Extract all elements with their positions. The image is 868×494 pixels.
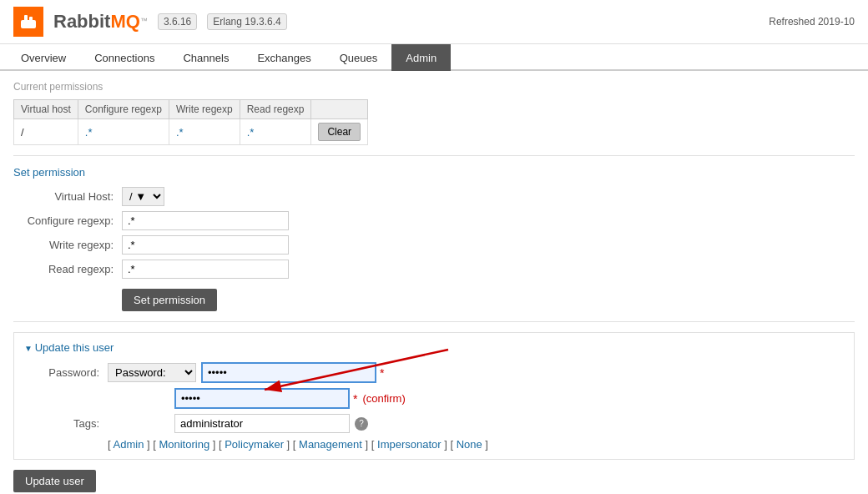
row-write: .* xyxy=(169,119,240,145)
read-label: Read regexp: xyxy=(13,263,122,275)
vhost-label: Virtual Host: xyxy=(13,190,122,203)
tag-admin[interactable]: Admin xyxy=(114,438,144,451)
main-content: Current permissions Virtual host Configu… xyxy=(0,71,868,494)
update-user-section: Update this user Password: Password: No … xyxy=(13,332,855,460)
required-star-1: * xyxy=(380,366,384,380)
tag-management[interactable]: Management xyxy=(299,438,362,451)
tags-row: Tags: ? xyxy=(24,414,844,433)
update-user-button[interactable]: Update user xyxy=(13,470,96,492)
password-label: Password: xyxy=(24,366,108,379)
col-configure: Configure regexp xyxy=(78,100,169,119)
configure-label: Configure regexp: xyxy=(13,214,122,227)
vhost-select[interactable]: / ▼ xyxy=(122,187,164,206)
read-input[interactable] xyxy=(122,260,289,279)
confirm-password-input[interactable] xyxy=(174,388,350,409)
confirm-password-row: * (confirm) xyxy=(24,388,844,409)
row-vhost: / xyxy=(14,119,78,145)
clear-cell: Clear xyxy=(311,119,368,145)
write-label: Write regexp: xyxy=(13,239,122,251)
logo-area: RabbitMQ™ 3.6.16 Erlang 19.3.6.4 xyxy=(13,7,287,37)
set-permission-title[interactable]: Set permission xyxy=(13,166,855,179)
tags-help-icon[interactable]: ? xyxy=(355,417,368,431)
col-vhost: Virtual host xyxy=(14,100,78,119)
tags-label: Tags: xyxy=(24,417,108,430)
clear-button[interactable]: Clear xyxy=(318,123,361,141)
permissions-table: Virtual host Configure regexp Write rege… xyxy=(13,99,368,145)
refresh-text: Refreshed 2019-10 xyxy=(769,16,855,28)
read-row: Read regexp: xyxy=(13,260,855,279)
table-row: / .* .* .* Clear xyxy=(14,119,368,145)
tag-none[interactable]: None xyxy=(457,438,482,451)
vhost-row: Virtual Host: / ▼ xyxy=(13,187,855,206)
nav-channels[interactable]: Channels xyxy=(169,44,243,71)
confirm-text: (confirm) xyxy=(362,392,405,405)
svg-rect-2 xyxy=(29,17,33,22)
nav-admin[interactable]: Admin xyxy=(391,44,451,71)
col-write: Write regexp xyxy=(169,100,240,119)
row-read: .* xyxy=(240,119,311,145)
col-action xyxy=(311,100,368,119)
rabbit-icon xyxy=(18,12,38,32)
nav-exchanges[interactable]: Exchanges xyxy=(243,44,325,71)
svg-rect-0 xyxy=(21,20,36,28)
password-input[interactable] xyxy=(201,362,376,383)
svg-rect-1 xyxy=(24,15,28,22)
tag-impersonator[interactable]: Impersonator xyxy=(377,438,442,451)
rabbitmq-logo-icon xyxy=(13,7,43,37)
tag-policymaker[interactable]: Policymaker xyxy=(225,438,284,451)
nav-overview[interactable]: Overview xyxy=(7,44,80,71)
col-read: Read regexp xyxy=(240,100,311,119)
logo-text: RabbitMQ™ xyxy=(53,11,148,33)
tags-input[interactable] xyxy=(174,414,350,433)
configure-row: Configure regexp: xyxy=(13,211,855,230)
tag-links: [ Admin ] [ Monitoring ] [ Policymaker ]… xyxy=(108,438,844,451)
write-input[interactable] xyxy=(122,235,289,255)
version-badge: 3.6.16 xyxy=(158,13,197,30)
update-user-title[interactable]: Update this user xyxy=(24,341,844,354)
password-row: Password: Password: No password * xyxy=(24,362,844,383)
divider-2 xyxy=(13,321,855,322)
header: RabbitMQ™ 3.6.16 Erlang 19.3.6.4 Refresh… xyxy=(0,0,868,44)
update-title-text: Update this user xyxy=(35,341,114,354)
current-permissions-title: Current permissions xyxy=(13,81,855,93)
erlang-badge: Erlang 19.3.6.4 xyxy=(207,13,286,30)
divider-1 xyxy=(13,155,855,156)
nav-connections[interactable]: Connections xyxy=(80,44,169,71)
nav-queues[interactable]: Queues xyxy=(326,44,392,71)
tag-monitoring[interactable]: Monitoring xyxy=(159,438,209,451)
password-type-select[interactable]: Password: No password xyxy=(108,363,196,382)
set-permission-button[interactable]: Set permission xyxy=(122,289,217,311)
configure-input[interactable] xyxy=(122,211,289,230)
required-star-2: * xyxy=(353,392,357,406)
write-row: Write regexp: xyxy=(13,235,855,255)
nav-bar: Overview Connections Channels Exchanges … xyxy=(0,44,868,71)
row-configure: .* xyxy=(78,119,169,145)
